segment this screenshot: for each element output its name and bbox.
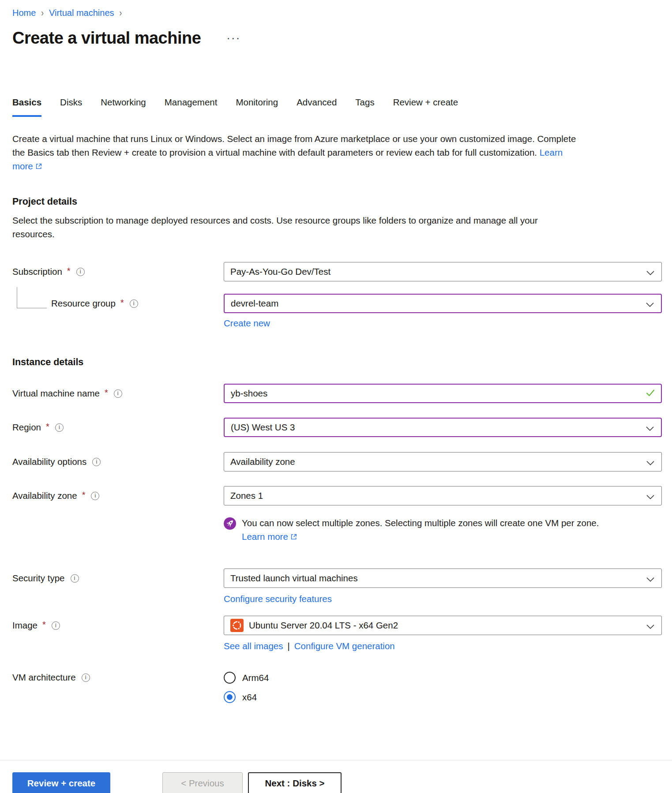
region-info-icon[interactable]: i <box>55 423 64 432</box>
radio-x64-label: x64 <box>242 692 257 703</box>
tab-review-create[interactable]: Review + create <box>393 97 458 117</box>
required-asterisk: * <box>120 298 124 308</box>
valid-check-icon <box>645 387 656 400</box>
image-label: Image <box>12 620 38 631</box>
breadcrumb: Home › Virtual machines › <box>12 8 662 18</box>
vm-name-label: Virtual machine name <box>12 388 100 399</box>
intro-text: Create a virtual machine that runs Linux… <box>12 132 577 173</box>
breadcrumb-home-link[interactable]: Home <box>12 8 36 18</box>
chevron-down-icon <box>646 299 654 310</box>
security-type-dropdown[interactable]: Trusted launch virtual machines <box>224 569 662 588</box>
see-all-images-link[interactable]: See all images <box>224 641 283 651</box>
image-dropdown[interactable]: Ubuntu Server 20.04 LTS - x64 Gen2 <box>224 616 662 635</box>
breadcrumb-virtual-machines-link[interactable]: Virtual machines <box>49 8 114 18</box>
vm-architecture-info-icon[interactable]: i <box>82 673 90 682</box>
subscription-dropdown[interactable]: Pay-As-You-Go Dev/Test <box>224 262 662 281</box>
tab-management[interactable]: Management <box>165 97 218 117</box>
chevron-down-icon <box>646 621 654 632</box>
security-type-value: Trusted launch virtual machines <box>230 573 358 584</box>
chevron-down-icon <box>646 457 654 468</box>
review-create-button[interactable]: Review + create <box>12 772 110 793</box>
region-label: Region <box>12 422 41 433</box>
availability-options-dropdown[interactable]: Availability zone <box>224 452 662 471</box>
tab-monitoring[interactable]: Monitoring <box>236 97 278 117</box>
configure-vm-generation-link[interactable]: Configure VM generation <box>294 641 395 651</box>
previous-button[interactable]: < Previous <box>162 772 243 793</box>
vm-name-info-icon[interactable]: i <box>114 389 122 398</box>
rocket-icon <box>224 517 236 544</box>
vm-architecture-label: VM architecture <box>12 672 76 683</box>
required-asterisk: * <box>42 620 46 630</box>
required-asterisk: * <box>67 266 71 276</box>
region-dropdown[interactable]: (US) West US 3 <box>224 418 662 437</box>
multi-zone-info-text: You can now select multiple zones. Selec… <box>242 518 599 528</box>
external-link-icon <box>35 160 42 173</box>
radio-checked-icon <box>224 691 236 703</box>
required-asterisk: * <box>46 422 49 432</box>
intro-text-body: Create a virtual machine that runs Linux… <box>12 134 576 157</box>
project-details-description: Select the subscription to manage deploy… <box>12 213 582 241</box>
instance-details-heading: Instance details <box>12 357 662 368</box>
resource-group-label: Resource group <box>51 298 116 309</box>
breadcrumb-separator-icon: › <box>40 7 45 19</box>
more-options-button[interactable]: ··· <box>226 31 240 48</box>
availability-options-value: Availability zone <box>230 456 295 467</box>
tab-advanced[interactable]: Advanced <box>297 97 337 117</box>
availability-zone-dropdown[interactable]: Zones 1 <box>224 486 662 505</box>
subscription-label: Subscription <box>12 266 62 277</box>
image-info-icon[interactable]: i <box>52 621 60 630</box>
hierarchy-connector <box>17 287 47 308</box>
resource-group-info-icon[interactable]: i <box>130 299 138 308</box>
vm-architecture-radio-group: Arm64 x64 <box>224 671 662 703</box>
radio-unchecked-icon <box>224 672 236 684</box>
radio-arm64-label: Arm64 <box>242 673 269 683</box>
next-disks-button[interactable]: Next : Disks > <box>248 772 342 793</box>
security-type-info-icon[interactable]: i <box>71 574 79 583</box>
security-type-label: Security type <box>12 573 65 584</box>
required-asterisk: * <box>105 388 108 398</box>
availability-options-info-icon[interactable]: i <box>92 458 101 466</box>
resource-group-dropdown[interactable]: devrel-team <box>224 294 662 313</box>
ubuntu-logo-icon <box>230 619 244 632</box>
configure-security-features-link[interactable]: Configure security features <box>224 594 332 604</box>
radio-x64[interactable]: x64 <box>224 691 662 703</box>
tab-basics[interactable]: Basics <box>12 97 41 117</box>
page-title: Create a virtual machine <box>12 29 201 48</box>
availability-zone-info-icon[interactable]: i <box>91 492 99 500</box>
image-value: Ubuntu Server 20.04 LTS - x64 Gen2 <box>249 620 398 631</box>
link-separator: | <box>287 641 289 651</box>
chevron-down-icon <box>646 491 654 502</box>
radio-arm64[interactable]: Arm64 <box>224 672 662 684</box>
wizard-footer: Review + create < Previous Next : Disks … <box>0 760 672 793</box>
create-vm-page: Home › Virtual machines › Create a virtu… <box>0 8 672 793</box>
zone-learn-more-label: Learn more <box>242 531 288 542</box>
project-details-heading: Project details <box>12 196 662 207</box>
vm-name-input[interactable] <box>224 384 662 403</box>
availability-zone-label: Availability zone <box>12 490 77 501</box>
subscription-info-icon[interactable]: i <box>76 268 85 276</box>
chevron-down-icon <box>646 267 654 278</box>
region-value: (US) West US 3 <box>231 422 295 433</box>
required-asterisk: * <box>82 490 86 500</box>
tab-tags[interactable]: Tags <box>355 97 374 117</box>
resource-group-value: devrel-team <box>231 298 278 309</box>
multi-zone-info-message: You can now select multiple zones. Selec… <box>224 516 603 544</box>
zone-learn-more-link[interactable]: Learn more <box>242 531 297 542</box>
breadcrumb-separator-icon: › <box>119 7 123 19</box>
create-new-resource-group-link[interactable]: Create new <box>224 318 270 328</box>
availability-options-label: Availability options <box>12 456 86 467</box>
chevron-down-icon <box>646 574 654 584</box>
tab-networking[interactable]: Networking <box>101 97 146 117</box>
chevron-down-icon <box>646 423 654 434</box>
subscription-value: Pay-As-You-Go Dev/Test <box>230 266 330 277</box>
availability-zone-value: Zones 1 <box>230 490 263 501</box>
external-link-icon <box>290 530 297 544</box>
wizard-tabs: Basics Disks Networking Management Monit… <box>12 97 662 117</box>
tab-disks[interactable]: Disks <box>60 97 82 117</box>
